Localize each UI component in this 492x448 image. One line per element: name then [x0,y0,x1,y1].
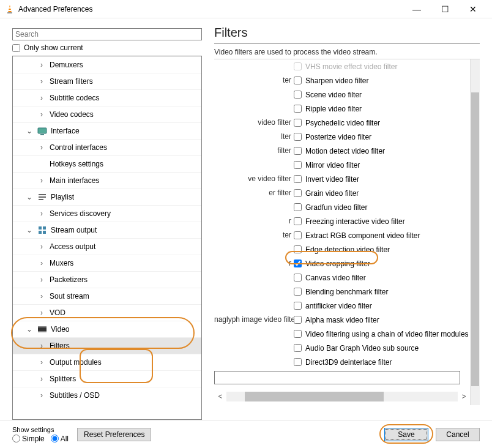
tree-item-access-output[interactable]: ›Access output [13,238,201,255]
cancel-button[interactable]: Cancel [436,428,480,441]
filter-blending-benchmark-filter[interactable]: Blending benchmark filter [294,285,470,299]
filter-checkbox[interactable] [294,62,302,70]
filter-psychedelic-video-filter[interactable]: Psychedelic video filter [294,116,470,130]
filter-checkbox[interactable] [294,91,302,99]
filter-checkbox[interactable] [294,119,302,127]
filter-antiflicker-video-filter[interactable]: antiflicker video filter [294,299,470,313]
tree-item-demuxers[interactable]: ›Demuxers [13,56,201,73]
svg-rect-14 [38,326,47,327]
left-label-fragment [214,299,294,313]
tree-item-subtitles-osd[interactable]: ›Subtitles / OSD [13,387,201,403]
filter-gradfun-video-filter[interactable]: Gradfun video filter [294,200,470,214]
filter-extract-rgb-component-video-filter[interactable]: Extract RGB component video filter [294,228,470,242]
left-label-fragment [214,327,294,341]
filter-checkbox[interactable] [294,344,302,352]
filter-edge-detection-video-filter[interactable]: Edge detection video filter [294,242,470,256]
filter-label: Mirror video filter [305,161,360,170]
right-panel: Filters Video filters are used to proces… [208,18,492,420]
vertical-scrollbar[interactable] [470,59,480,405]
filter-sharpen-video-filter[interactable]: Sharpen video filter [294,73,470,88]
filter-checkbox[interactable] [294,175,302,183]
tree-item-interface[interactable]: ⌄Interface [13,122,201,139]
minimize-button[interactable]: — [403,0,431,18]
filter-checkbox[interactable] [294,231,302,239]
filter-checkbox[interactable] [294,316,302,324]
chevron-right-icon: › [37,94,46,102]
tree-item-label: Video [51,325,69,334]
filter-grain-video-filter[interactable]: Grain video filter [294,186,470,200]
filter-checkbox[interactable] [294,259,302,267]
only-show-current-box[interactable] [12,44,20,52]
tree-item-packetizers[interactable]: ›Packetizers [13,271,201,288]
close-button[interactable]: ✕ [459,0,487,18]
filter-checkbox[interactable] [294,245,302,253]
filter-audio-bar-graph-video-sub-source[interactable]: Audio Bar Graph Video sub source [294,341,470,355]
filter-checkbox[interactable] [294,77,302,84]
page-description: Video filters are used to process the vi… [214,48,480,56]
tree-item-splitters[interactable]: ›Splitters [13,370,201,387]
filter-checkbox[interactable] [294,288,302,296]
tree-item-label: Filters [50,342,70,350]
save-button[interactable]: Save [384,428,428,441]
filter-checkbox[interactable] [294,105,302,113]
filter-checkbox[interactable] [294,161,302,169]
filter-checkbox[interactable] [294,203,302,211]
filter-ripple-video-filter[interactable]: Ripple video filter [294,102,470,116]
tree-item-stream-output[interactable]: ⌄Stream output [13,222,201,238]
tree-item-hotkeys-settings[interactable]: Hotkeys settings [13,155,201,172]
filter-video-cropping-filter[interactable]: Video cropping filter [294,256,470,271]
filter-checkbox[interactable] [294,302,302,310]
window-title: Advanced Preferences [18,5,403,13]
filter-canvas-video-filter[interactable]: Canvas video filter [294,271,470,285]
filter-scene-video-filter[interactable]: Scene video filter [294,88,470,102]
filter-checkbox[interactable] [294,274,302,282]
left-label-fragment [214,88,294,102]
filter-label: Canvas video filter [305,274,366,282]
filter-checkbox[interactable] [294,217,302,225]
search-input[interactable] [12,28,202,40]
tree-item-output-modules[interactable]: ›Output modules [13,354,201,370]
filter-video-filtering-using-a-chain-of-video-filter-modules[interactable]: Video filtering using a chain of video f… [294,327,470,341]
tree-item-vod[interactable]: ›VOD [13,304,201,321]
filter-checkbox[interactable] [294,358,302,366]
tree-item-label: Stream filters [50,77,93,86]
tree-item-playlist[interactable]: ⌄Playlist [13,189,201,205]
chevron-right-icon: › [37,61,46,69]
preferences-tree[interactable]: ›Demuxers›Stream filters›Subtitle codecs… [12,56,202,420]
filter-freezing-interactive-video-filter[interactable]: Freezing interactive video filter [294,214,470,228]
only-show-current-checkbox[interactable]: Only show current [12,43,206,52]
tree-item-sout-stream[interactable]: ›Sout stream [13,288,201,304]
filter-label: Extract RGB component video filter [305,231,420,240]
tree-item-stream-filters[interactable]: ›Stream filters [13,73,201,89]
reset-preferences-button[interactable]: Reset Preferences [77,428,151,441]
filter-motion-detect-video-filter[interactable]: Motion detect video filter [294,144,470,158]
filter-text-input[interactable] [214,371,460,384]
scroll-right-arrow[interactable]: > [458,392,470,401]
radio-all[interactable]: All [51,435,69,443]
filter-vhs-movie-effect-video-filter[interactable]: VHS movie effect video filter [294,59,470,73]
tree-item-video-codecs[interactable]: ›Video codecs [13,106,201,122]
tree-item-subtitle-codecs[interactable]: ›Subtitle codecs [13,89,201,106]
tree-item-control-interfaces[interactable]: ›Control interfaces [13,139,201,155]
tree-item-video[interactable]: ⌄Video [13,321,201,337]
filter-checkbox[interactable] [294,189,302,197]
radio-simple[interactable]: Simple [12,435,45,443]
chevron-down-icon: ⌄ [25,193,34,201]
tree-item-main-interfaces[interactable]: ›Main interfaces [13,172,201,189]
tree-item-label: Sout stream [50,292,89,301]
filter-invert-video-filter[interactable]: Invert video filter [294,172,470,186]
filter-checkbox[interactable] [294,147,302,155]
filter-alpha-mask-video-filter[interactable]: Alpha mask video filter [294,313,470,327]
titlebar: Advanced Preferences — ☐ ✕ [0,0,492,18]
filter-direct3d9-deinterlace-filter[interactable]: Direct3D9 deinterlace filter [294,355,470,369]
scroll-left-arrow[interactable]: < [214,392,226,401]
filter-mirror-video-filter[interactable]: Mirror video filter [294,158,470,172]
horizontal-scrollbar[interactable] [226,392,458,401]
filter-checkbox[interactable] [294,133,302,141]
maximize-button[interactable]: ☐ [431,0,459,18]
filter-posterize-video-filter[interactable]: Posterize video filter [294,130,470,144]
filter-checkbox[interactable] [294,330,302,338]
tree-item-services-discovery[interactable]: ›Services discovery [13,205,201,222]
tree-item-filters[interactable]: ›Filters [13,337,201,354]
tree-item-muxers[interactable]: ›Muxers [13,255,201,271]
